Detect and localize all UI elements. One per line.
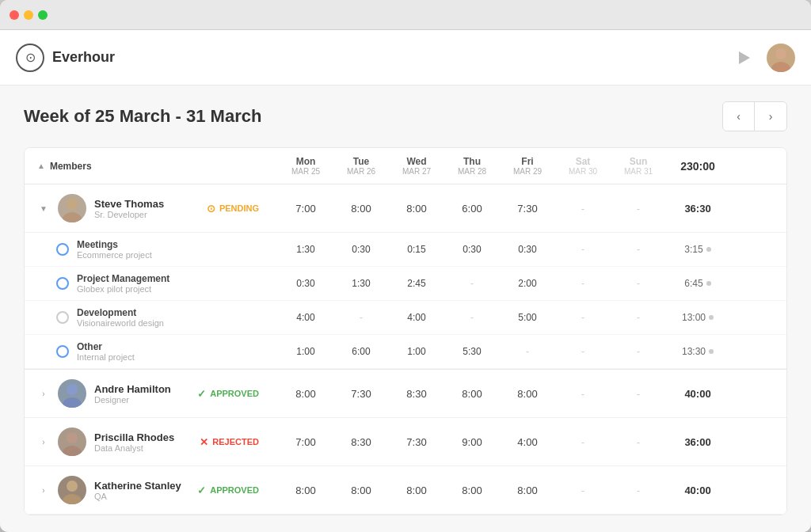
cell-priscilla-sun: - (611, 425, 666, 459)
members-column-header: ▲ Members (25, 148, 278, 184)
week-header: Week of 25 March - 31 March ‹ › (24, 101, 787, 131)
cell-steve-thu[interactable]: 6:00 (444, 192, 500, 226)
cell-steve-fri[interactable]: 7:30 (500, 192, 555, 226)
cell-katherine-sat: - (555, 473, 611, 507)
svg-point-3 (67, 199, 78, 210)
task-cell-other-wed[interactable]: 1:00 (389, 340, 444, 363)
cell-katherine-tue[interactable]: 8:00 (333, 473, 389, 507)
fri-header: Fri MAR 29 (500, 148, 555, 184)
svg-point-6 (63, 397, 82, 408)
task-row-projmgmt: Project Management Globex pilot project … (25, 267, 786, 301)
task-project-dev: Visionaireworld design (77, 318, 164, 328)
task-cell-other-tue[interactable]: 6:00 (333, 340, 389, 363)
task-cell-meetings-fri[interactable]: 0:30 (500, 238, 555, 261)
cell-andre-sat: - (555, 377, 611, 411)
task-cell-meetings-thu[interactable]: 0:30 (444, 238, 500, 261)
close-button[interactable] (10, 10, 19, 20)
prev-week-button[interactable]: ‹ (723, 102, 755, 131)
task-cell-projmgmt-fri[interactable]: 2:00 (500, 272, 555, 295)
task-cell-meetings-wed[interactable]: 0:15 (389, 238, 444, 261)
cell-katherine-thu[interactable]: 8:00 (444, 473, 500, 507)
cell-katherine-sun: - (611, 473, 666, 507)
person-info-steve: ▼ Steve Thomas Sr. Developer ⊙ PENDING (25, 184, 278, 232)
person-info-katherine: › Katherine Stanley QA ✓ APPROVED (25, 466, 278, 514)
cell-andre-wed[interactable]: 8:30 (389, 377, 444, 411)
task-project-projmgmt: Globex pilot project (77, 284, 169, 294)
task-cell-projmgmt-wed[interactable]: 2:45 (389, 272, 444, 295)
svg-point-7 (67, 432, 78, 443)
app-title: Everhour (52, 49, 115, 66)
task-dot-other (56, 345, 69, 358)
task-cell-dev-total: 13:00 (666, 306, 729, 329)
cell-andre-tue[interactable]: 7:30 (333, 377, 389, 411)
cell-priscilla-fri[interactable]: 4:00 (500, 425, 555, 459)
cell-katherine-fri[interactable]: 8:00 (500, 473, 555, 507)
mon-header: Mon MAR 25 (278, 148, 333, 184)
schedule-table: ▲ Members Mon MAR 25 Tue MAR 26 Wed MAR … (24, 147, 787, 515)
cell-steve-wed[interactable]: 8:00 (389, 192, 444, 226)
task-cell-meetings-mon[interactable]: 1:30 (278, 238, 333, 261)
wed-header: Wed MAR 27 (389, 148, 444, 184)
cell-andre-thu[interactable]: 8:00 (444, 377, 500, 411)
user-avatar[interactable] (767, 44, 795, 72)
expand-icon-katherine[interactable]: › (37, 484, 50, 496)
traffic-lights (10, 10, 48, 20)
header-right (733, 44, 795, 72)
person-name-steve: Steve Thomas (94, 198, 192, 210)
minimize-button[interactable] (24, 10, 33, 20)
person-role-andre: Designer (94, 395, 183, 405)
rejected-icon: ✕ (200, 436, 208, 448)
cell-steve-mon[interactable]: 7:00 (278, 192, 333, 226)
cell-steve-sun: - (611, 192, 666, 226)
task-name-other: Other (77, 341, 135, 352)
person-name-andre: Andre Hamilton (94, 383, 183, 395)
drag-handle-meetings (706, 247, 711, 252)
task-cell-dev-tue[interactable]: - (333, 306, 389, 329)
play-button[interactable] (733, 47, 756, 69)
task-cell-dev-thu[interactable]: - (444, 306, 500, 329)
svg-point-4 (63, 212, 82, 222)
expand-icon-steve[interactable]: ▼ (37, 202, 50, 215)
cell-steve-tue[interactable]: 8:00 (333, 192, 389, 226)
titlebar (0, 0, 811, 30)
cell-priscilla-wed[interactable]: 7:30 (389, 425, 444, 459)
task-name-meetings: Meetings (77, 239, 152, 250)
task-cell-other-thu[interactable]: 5:30 (444, 340, 500, 363)
svg-point-1 (775, 48, 786, 59)
maximize-button[interactable] (38, 10, 48, 20)
task-cell-meetings-sun: - (611, 238, 666, 261)
cell-priscilla-thu[interactable]: 9:00 (444, 425, 500, 459)
cell-priscilla-sat: - (555, 425, 611, 459)
task-name-dev: Development (77, 307, 164, 318)
table-header: ▲ Members Mon MAR 25 Tue MAR 26 Wed MAR … (25, 148, 786, 184)
table-row: › Andre Hamilton Designer ✓ APPROVED (25, 369, 786, 418)
person-role-katherine: QA (94, 492, 183, 501)
cell-katherine-wed[interactable]: 8:00 (389, 473, 444, 507)
cell-andre-fri[interactable]: 8:00 (500, 377, 555, 411)
cell-priscilla-total: 36:00 (666, 425, 729, 459)
task-cell-projmgmt-tue[interactable]: 1:30 (333, 272, 389, 295)
status-badge-priscilla: ✕ REJECTED (193, 434, 265, 450)
task-cell-projmgmt-mon[interactable]: 0:30 (278, 272, 333, 295)
task-cell-other-mon[interactable]: 1:00 (278, 340, 333, 363)
svg-marker-0 (739, 51, 750, 64)
cell-andre-mon[interactable]: 8:00 (278, 377, 333, 411)
week-nav: ‹ › (722, 101, 787, 131)
task-cell-dev-mon[interactable]: 4:00 (278, 306, 333, 329)
drag-handle-other (709, 349, 714, 354)
expand-icon-andre[interactable]: › (37, 387, 50, 400)
task-dot-dev (56, 311, 69, 324)
week-title: Week of 25 March - 31 March (24, 106, 261, 127)
task-cell-projmgmt-thu[interactable]: - (444, 272, 500, 295)
expand-icon-priscilla[interactable]: › (37, 435, 50, 448)
task-cell-dev-fri[interactable]: 5:00 (500, 306, 555, 329)
cell-priscilla-mon[interactable]: 7:00 (278, 425, 333, 459)
next-week-button[interactable]: › (755, 102, 786, 131)
task-cell-projmgmt-sun: - (611, 272, 666, 295)
task-cell-dev-wed[interactable]: 4:00 (389, 306, 444, 329)
task-cell-other-fri[interactable]: - (500, 340, 555, 363)
cell-katherine-mon[interactable]: 8:00 (278, 473, 333, 507)
sun-header: Sun MAR 31 (611, 148, 666, 184)
cell-priscilla-tue[interactable]: 8:30 (333, 425, 389, 459)
task-cell-meetings-tue[interactable]: 0:30 (333, 238, 389, 261)
